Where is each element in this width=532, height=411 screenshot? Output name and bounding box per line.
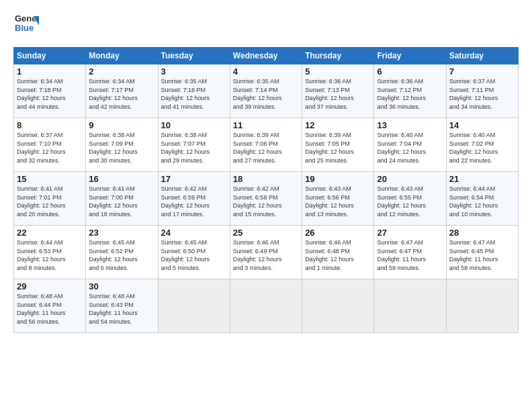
day-info: Sunrise: 6:39 AMSunset: 7:05 PMDaylight:…: [305, 131, 371, 165]
day-header-sunday: Sunday: [14, 48, 86, 64]
day-info: Sunrise: 6:43 AMSunset: 6:56 PMDaylight:…: [305, 185, 371, 218]
day-cell: [374, 279, 446, 333]
day-info: Sunrise: 6:37 AMSunset: 7:11 PMDaylight:…: [449, 77, 515, 111]
day-number: 11: [233, 120, 299, 130]
day-info: Sunrise: 6:44 AMSunset: 6:53 PMDaylight:…: [17, 238, 83, 272]
day-cell: 6Sunrise: 6:36 AMSunset: 7:12 PMDaylight…: [374, 64, 446, 118]
day-cell: 30Sunrise: 6:48 AMSunset: 6:43 PMDayligh…: [86, 279, 158, 333]
day-header-saturday: Saturday: [446, 48, 518, 64]
day-number: 2: [89, 66, 154, 77]
day-info: Sunrise: 6:34 AMSunset: 7:18 PMDaylight:…: [17, 77, 83, 111]
day-number: 20: [377, 174, 443, 184]
day-info: Sunrise: 6:35 AMSunset: 7:16 PMDaylight:…: [161, 77, 227, 111]
day-number: 29: [17, 281, 83, 291]
day-number: 23: [89, 228, 154, 238]
logo-icon: General Blue: [13, 11, 39, 39]
day-number: 15: [17, 174, 83, 184]
day-cell: [158, 279, 230, 333]
day-info: Sunrise: 6:40 AMSunset: 7:02 PMDaylight:…: [449, 131, 515, 165]
day-cell: 21Sunrise: 6:44 AMSunset: 6:54 PMDayligh…: [446, 172, 518, 226]
day-number: 25: [233, 228, 299, 238]
day-info: Sunrise: 6:41 AMSunset: 7:00 PMDaylight:…: [89, 185, 154, 218]
day-cell: [230, 279, 302, 333]
day-cell: 5Sunrise: 6:36 AMSunset: 7:13 PMDaylight…: [302, 64, 374, 118]
day-cell: 13Sunrise: 6:40 AMSunset: 7:04 PMDayligh…: [374, 118, 446, 172]
day-info: Sunrise: 6:44 AMSunset: 6:54 PMDaylight:…: [449, 185, 515, 218]
svg-text:Blue: Blue: [15, 23, 34, 33]
day-cell: 1Sunrise: 6:34 AMSunset: 7:18 PMDaylight…: [14, 64, 86, 118]
day-number: 18: [233, 174, 299, 184]
week-row-1: 1Sunrise: 6:34 AMSunset: 7:18 PMDaylight…: [14, 64, 519, 118]
day-number: 26: [305, 228, 371, 238]
day-number: 3: [161, 66, 227, 77]
day-cell: 18Sunrise: 6:42 AMSunset: 6:58 PMDayligh…: [230, 172, 302, 226]
day-cell: 8Sunrise: 6:37 AMSunset: 7:10 PMDaylight…: [14, 118, 86, 172]
day-header-thursday: Thursday: [302, 48, 374, 64]
day-cell: 3Sunrise: 6:35 AMSunset: 7:16 PMDaylight…: [158, 64, 230, 118]
day-cell: 26Sunrise: 6:46 AMSunset: 6:48 PMDayligh…: [302, 226, 374, 279]
day-number: 14: [449, 120, 515, 130]
day-cell: 29Sunrise: 6:48 AMSunset: 6:44 PMDayligh…: [14, 279, 86, 333]
day-info: Sunrise: 6:45 AMSunset: 6:52 PMDaylight:…: [89, 238, 154, 272]
day-number: 27: [377, 228, 443, 238]
day-cell: 15Sunrise: 6:41 AMSunset: 7:01 PMDayligh…: [14, 172, 86, 226]
day-number: 19: [305, 174, 371, 184]
day-cell: [302, 279, 374, 333]
day-number: 24: [161, 228, 227, 238]
day-number: 9: [89, 120, 154, 130]
day-number: 28: [449, 228, 515, 238]
day-info: Sunrise: 6:48 AMSunset: 6:43 PMDaylight:…: [89, 292, 154, 326]
week-row-5: 29Sunrise: 6:48 AMSunset: 6:44 PMDayligh…: [14, 279, 519, 333]
day-info: Sunrise: 6:42 AMSunset: 6:59 PMDaylight:…: [161, 185, 227, 218]
day-cell: [446, 279, 518, 333]
day-cell: 19Sunrise: 6:43 AMSunset: 6:56 PMDayligh…: [302, 172, 374, 226]
day-cell: 9Sunrise: 6:38 AMSunset: 7:09 PMDaylight…: [86, 118, 158, 172]
week-row-3: 15Sunrise: 6:41 AMSunset: 7:01 PMDayligh…: [14, 172, 519, 226]
day-number: 12: [305, 120, 371, 130]
day-number: 1: [17, 66, 83, 77]
day-number: 30: [89, 281, 154, 291]
day-header-friday: Friday: [374, 48, 446, 64]
day-number: 21: [449, 174, 515, 184]
day-cell: 16Sunrise: 6:41 AMSunset: 7:00 PMDayligh…: [86, 172, 158, 226]
day-info: Sunrise: 6:43 AMSunset: 6:55 PMDaylight:…: [377, 185, 443, 218]
day-info: Sunrise: 6:39 AMSunset: 7:06 PMDaylight:…: [233, 131, 299, 165]
day-info: Sunrise: 6:45 AMSunset: 6:50 PMDaylight:…: [161, 238, 227, 272]
day-cell: 11Sunrise: 6:39 AMSunset: 7:06 PMDayligh…: [230, 118, 302, 172]
day-info: Sunrise: 6:36 AMSunset: 7:13 PMDaylight:…: [305, 77, 371, 111]
day-cell: 22Sunrise: 6:44 AMSunset: 6:53 PMDayligh…: [14, 226, 86, 279]
day-cell: 4Sunrise: 6:35 AMSunset: 7:14 PMDaylight…: [230, 64, 302, 118]
day-cell: 25Sunrise: 6:46 AMSunset: 6:49 PMDayligh…: [230, 226, 302, 279]
day-info: Sunrise: 6:47 AMSunset: 6:47 PMDaylight:…: [377, 238, 443, 272]
day-info: Sunrise: 6:34 AMSunset: 7:17 PMDaylight:…: [89, 77, 154, 111]
day-info: Sunrise: 6:35 AMSunset: 7:14 PMDaylight:…: [233, 77, 299, 111]
day-cell: 12Sunrise: 6:39 AMSunset: 7:05 PMDayligh…: [302, 118, 374, 172]
day-info: Sunrise: 6:46 AMSunset: 6:48 PMDaylight:…: [305, 238, 371, 272]
day-number: 6: [377, 66, 443, 77]
page: General Blue SundayMondayTuesdayWednesda…: [0, 0, 532, 411]
week-row-2: 8Sunrise: 6:37 AMSunset: 7:10 PMDaylight…: [14, 118, 519, 172]
day-cell: 17Sunrise: 6:42 AMSunset: 6:59 PMDayligh…: [158, 172, 230, 226]
day-cell: 24Sunrise: 6:45 AMSunset: 6:50 PMDayligh…: [158, 226, 230, 279]
day-info: Sunrise: 6:38 AMSunset: 7:07 PMDaylight:…: [161, 131, 227, 165]
day-cell: 27Sunrise: 6:47 AMSunset: 6:47 PMDayligh…: [374, 226, 446, 279]
day-info: Sunrise: 6:46 AMSunset: 6:49 PMDaylight:…: [233, 238, 299, 272]
day-number: 4: [233, 66, 299, 77]
day-cell: 14Sunrise: 6:40 AMSunset: 7:02 PMDayligh…: [446, 118, 518, 172]
day-header-monday: Monday: [86, 48, 158, 64]
day-info: Sunrise: 6:47 AMSunset: 6:45 PMDaylight:…: [449, 238, 515, 272]
day-header-wednesday: Wednesday: [230, 48, 302, 64]
day-number: 13: [377, 120, 443, 130]
day-info: Sunrise: 6:40 AMSunset: 7:04 PMDaylight:…: [377, 131, 443, 165]
header-row: SundayMondayTuesdayWednesdayThursdayFrid…: [14, 48, 519, 64]
day-header-tuesday: Tuesday: [158, 48, 230, 64]
header: General Blue: [13, 11, 519, 39]
day-info: Sunrise: 6:42 AMSunset: 6:58 PMDaylight:…: [233, 185, 299, 218]
day-number: 16: [89, 174, 154, 184]
day-number: 8: [17, 120, 83, 130]
day-number: 10: [161, 120, 227, 130]
logo: General Blue: [13, 11, 42, 39]
day-info: Sunrise: 6:37 AMSunset: 7:10 PMDaylight:…: [17, 131, 83, 165]
day-number: 22: [17, 228, 83, 238]
day-number: 7: [449, 66, 515, 77]
